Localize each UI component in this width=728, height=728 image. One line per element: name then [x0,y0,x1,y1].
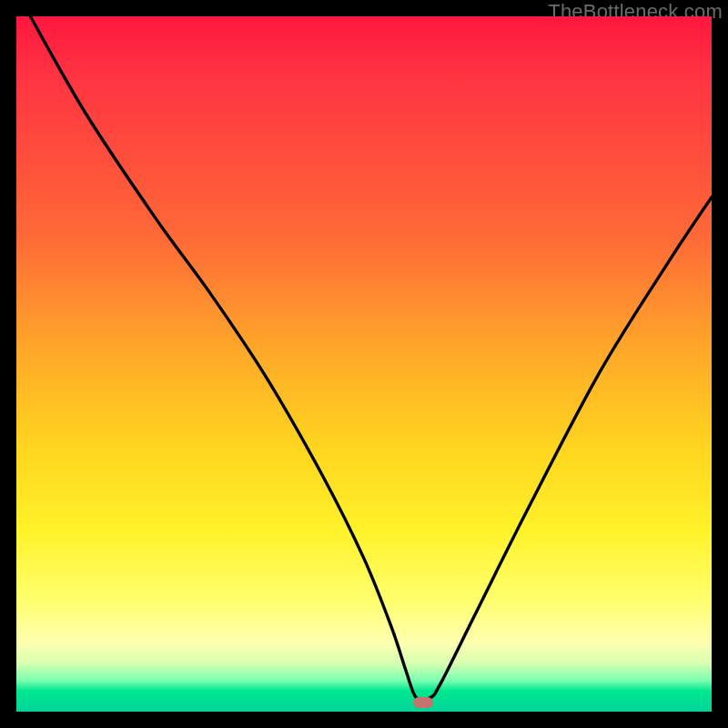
curve-path [30,16,712,701]
plot-area [16,16,712,712]
bottleneck-curve [16,16,712,712]
chart-frame: TheBottleneck.com [0,0,728,728]
minimum-marker [413,697,433,708]
